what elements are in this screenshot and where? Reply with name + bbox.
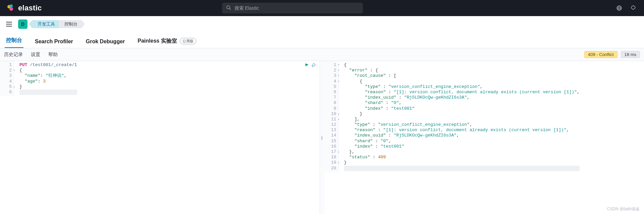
tab-painless-label: Painless 实验室 xyxy=(138,38,177,45)
elastic-logo-icon xyxy=(7,4,15,12)
request-actions: ▶ xyxy=(305,62,316,69)
status-badge: 409 - Conflict xyxy=(584,51,618,58)
beta-badge: 公测版 xyxy=(180,38,196,44)
toolbar-help[interactable]: 帮助 xyxy=(48,52,58,58)
svg-line-1 xyxy=(229,8,231,10)
tab-console[interactable]: 控制台 xyxy=(5,34,23,48)
nav-row: D 开发工具 控制台 xyxy=(0,16,644,32)
search-input[interactable] xyxy=(234,5,359,11)
run-icon[interactable]: ▶ xyxy=(305,62,308,69)
response-viewer: { "error" : { "root_cause" : [ { "type" … xyxy=(339,61,580,172)
tab-grok[interactable]: Grok Debugger xyxy=(85,35,126,48)
editor-split: ▶ 123456 PUT /test001/_create/1{ "name":… xyxy=(0,61,644,214)
split-handle[interactable]: ‖ xyxy=(320,61,325,214)
elastic-logo[interactable]: elastic xyxy=(7,4,42,12)
newsfeed-icon[interactable] xyxy=(614,3,624,13)
tab-profiler[interactable]: Search Profiler xyxy=(34,35,74,48)
search-icon xyxy=(226,5,231,11)
toolbar-settings[interactable]: 设置 xyxy=(31,52,40,58)
breadcrumb-console[interactable]: 控制台 xyxy=(59,20,82,28)
global-search[interactable] xyxy=(222,3,363,13)
response-pane[interactable]: 1234567891011121314151617181920 { "error… xyxy=(325,61,644,214)
help-icon[interactable] xyxy=(629,3,638,13)
tab-painless[interactable]: Painless 实验室 公测版 xyxy=(136,34,197,48)
watermark: CSDN @faith瑞诚 xyxy=(607,206,639,212)
brand-text: elastic xyxy=(18,4,42,12)
toolbar-history[interactable]: 历史记录 xyxy=(4,52,23,58)
breadcrumb: 开发工具 控制台 xyxy=(32,19,82,29)
dev-tools-tabs: 控制台 Search Profiler Grok Debugger Painle… xyxy=(0,32,644,48)
timing-badge: 18 ms xyxy=(621,51,640,58)
svg-point-0 xyxy=(226,6,229,9)
request-pane[interactable]: ▶ 123456 PUT /test001/_create/1{ "name":… xyxy=(0,61,320,214)
topbar: elastic xyxy=(0,0,644,16)
breadcrumb-devtools[interactable]: 开发工具 xyxy=(32,20,59,28)
app-badge[interactable]: D xyxy=(18,19,28,29)
console-toolbar: 历史记录 设置 帮助 409 - Conflict 18 ms xyxy=(0,48,644,61)
request-editor[interactable]: PUT /test001/_create/1{ "name": "狂神说", "… xyxy=(14,61,77,96)
menu-toggle-icon[interactable] xyxy=(6,20,13,28)
wrench-icon[interactable] xyxy=(311,62,316,69)
